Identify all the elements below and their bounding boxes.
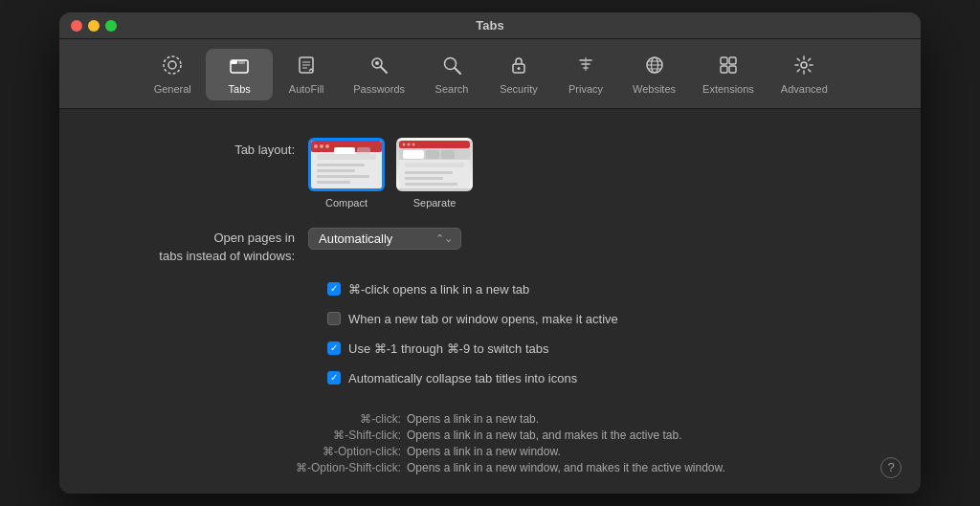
key-desc-3: Opens a link in a new window, and makes …	[407, 461, 790, 474]
help-icon: ?	[887, 460, 894, 474]
cmd-click-checkbox[interactable]: ✓	[327, 282, 341, 296]
key-name-3: ⌘-Option-Shift-click:	[190, 461, 401, 474]
autofill-label: AutoFill	[289, 83, 324, 95]
collapse-titles-checkbox[interactable]: ✓	[327, 371, 341, 385]
toolbar-item-passwords[interactable]: Passwords	[340, 49, 418, 100]
general-label: General	[154, 83, 191, 95]
separate-thumb-wrap: Separate	[396, 138, 473, 209]
svg-rect-34	[317, 164, 365, 166]
toolbar: General Tabs A	[59, 39, 921, 109]
tabs-icon	[229, 55, 250, 79]
minimize-button[interactable]	[88, 20, 100, 32]
checkbox-row-3: ✓ Automatically collapse tab titles into…	[327, 371, 577, 385]
advanced-icon	[793, 55, 814, 79]
switch-tabs-label: Use ⌘-1 through ⌘-9 to switch tabs	[348, 341, 549, 356]
separate-label: Separate	[413, 197, 457, 209]
search-icon	[441, 55, 462, 79]
toolbar-item-advanced[interactable]: Advanced	[768, 49, 841, 100]
svg-rect-3	[231, 60, 237, 64]
checkbox-row-0: ✓ ⌘-click opens a link in a new tab	[327, 282, 529, 297]
check-mark-icon-3: ✓	[330, 373, 338, 383]
general-icon	[162, 55, 183, 79]
svg-point-15	[518, 67, 521, 70]
checkboxes-row: ✓ ⌘-click opens a link in a new tab When…	[327, 282, 863, 393]
svg-rect-33	[317, 154, 376, 160]
open-pages-row: Open pages in tabs instead of windows: A…	[117, 226, 863, 264]
key-desc-2: Opens a link in a new window.	[407, 445, 790, 458]
svg-rect-35	[317, 169, 355, 172]
collapse-titles-label: Automatically collapse tab titles into i…	[348, 371, 577, 385]
separate-thumb-inner	[399, 141, 470, 188]
key-name-0: ⌘-click:	[190, 412, 401, 426]
key-row-1: ⌘-Shift-click: Opens a link in a new tab…	[117, 429, 863, 442]
checkbox-row-2: ✓ Use ⌘-1 through ⌘-9 to switch tabs	[327, 341, 549, 356]
svg-rect-44	[403, 150, 424, 159]
extensions-icon	[718, 55, 739, 79]
svg-rect-37	[317, 181, 350, 184]
svg-point-40	[403, 143, 406, 146]
svg-rect-31	[334, 147, 355, 155]
help-button[interactable]: ?	[880, 457, 902, 478]
window-title: Tabs	[476, 18, 503, 33]
websites-label: Websites	[633, 83, 676, 95]
toolbar-item-websites[interactable]: Websites	[619, 49, 689, 100]
svg-rect-21	[721, 57, 727, 64]
svg-point-0	[168, 61, 176, 69]
close-button[interactable]	[71, 20, 82, 32]
svg-point-25	[801, 62, 807, 68]
key-name-1: ⌘-Shift-click:	[190, 429, 401, 442]
extensions-label: Extensions	[702, 83, 754, 95]
separate-tab-thumb[interactable]	[396, 138, 473, 191]
svg-rect-49	[405, 177, 443, 180]
svg-point-29	[320, 144, 323, 148]
search-label: Search	[435, 83, 469, 95]
svg-point-28	[314, 144, 318, 148]
passwords-label: Passwords	[353, 83, 405, 95]
toolbar-item-extensions[interactable]: Extensions	[689, 49, 768, 100]
switch-tabs-checkbox[interactable]: ✓	[327, 341, 341, 355]
key-reference-table: ⌘-click: Opens a link in a new tab. ⌘-Sh…	[117, 412, 863, 474]
svg-line-13	[455, 68, 460, 74]
compact-label: Compact	[325, 197, 368, 209]
toolbar-item-privacy[interactable]: Privacy	[552, 49, 619, 100]
compact-tab-thumb[interactable]	[308, 138, 385, 191]
passwords-icon	[368, 55, 390, 79]
toolbar-item-security[interactable]: Security	[485, 49, 552, 100]
svg-rect-23	[721, 66, 727, 73]
maximize-button[interactable]	[105, 20, 117, 32]
check-mark-icon-2: ✓	[330, 343, 338, 353]
svg-rect-32	[357, 147, 370, 155]
new-tab-active-checkbox[interactable]	[327, 312, 341, 325]
dropdown-value: Automatically	[319, 231, 392, 246]
security-label: Security	[500, 83, 538, 95]
toolbar-item-autofill[interactable]: AutoFill	[273, 49, 340, 100]
svg-point-30	[325, 144, 329, 148]
key-row-0: ⌘-click: Opens a link in a new tab.	[117, 412, 863, 426]
autofill-icon	[296, 55, 317, 79]
svg-line-10	[381, 67, 387, 73]
dropdown-arrow-icon: ⌃⌄	[435, 232, 453, 245]
toolbar-item-search[interactable]: Search	[418, 49, 485, 100]
content-area: Tab layout:	[59, 109, 921, 493]
tab-layout-label: Tab layout:	[117, 138, 308, 159]
svg-rect-36	[317, 175, 369, 178]
key-row-3: ⌘-Option-Shift-click: Opens a link in a …	[117, 461, 863, 474]
svg-rect-47	[405, 163, 464, 167]
tab-thumbnails: Compact	[308, 138, 863, 209]
checkbox-row-1: When a new tab or window opens, make it …	[327, 312, 618, 326]
svg-rect-48	[405, 171, 453, 174]
key-name-2: ⌘-Option-click:	[190, 445, 401, 458]
privacy-label: Privacy	[568, 83, 603, 95]
toolbar-item-general[interactable]: General	[139, 49, 206, 100]
tab-layout-content: Compact	[308, 138, 863, 209]
svg-point-1	[164, 56, 181, 74]
tabs-label: Tabs	[229, 83, 251, 95]
toolbar-item-tabs[interactable]: Tabs	[206, 49, 273, 100]
automatically-dropdown[interactable]: Automatically ⌃⌄	[308, 228, 461, 250]
traffic-lights	[71, 20, 117, 32]
svg-rect-50	[405, 183, 457, 186]
cmd-click-label: ⌘-click opens a link in a new tab	[348, 282, 529, 297]
svg-point-42	[412, 143, 415, 146]
compact-thumb-wrap: Compact	[308, 138, 385, 209]
key-desc-0: Opens a link in a new tab.	[407, 412, 790, 426]
